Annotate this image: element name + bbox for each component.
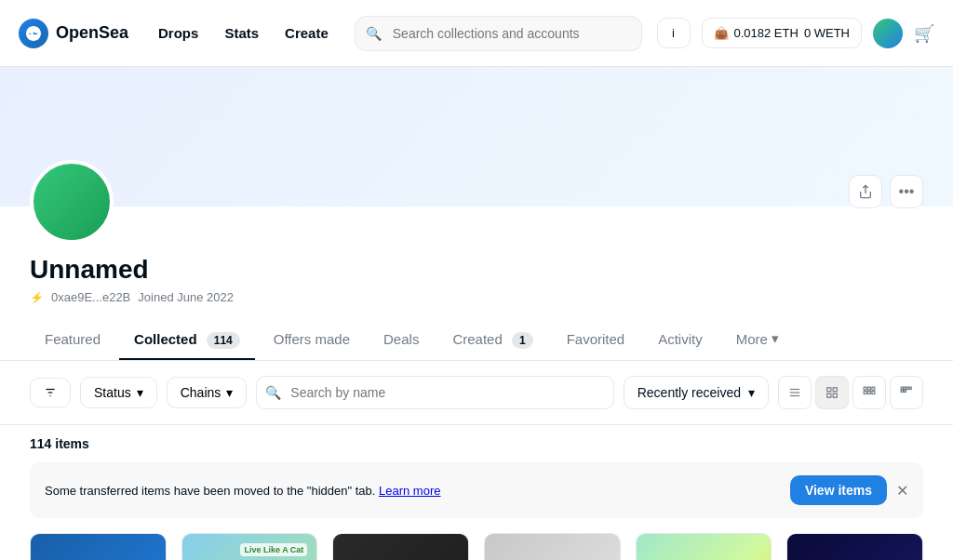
tab-favorited[interactable]: Favorited xyxy=(552,320,640,360)
filter-icon-button[interactable] xyxy=(30,378,71,407)
svg-rect-7 xyxy=(833,388,837,392)
nav-right: i 👜 0.0182 ETH 0 WETH 🛒 xyxy=(657,18,935,48)
notice-close-button[interactable]: ✕ xyxy=(896,482,908,500)
logo[interactable]: OpenSea xyxy=(19,19,128,48)
created-badge: 1 xyxy=(512,332,533,349)
tab-more[interactable]: More ▾ xyxy=(721,319,794,360)
wallet-icon: 👜 xyxy=(714,26,729,40)
chevron-down-icon: ▾ xyxy=(226,385,233,400)
nft-grid: THANKYOU NekodoguSoftVinyl Sea Thank you… xyxy=(0,533,953,560)
search-by-name-input[interactable] xyxy=(256,376,613,409)
ellipsis-icon: ••• xyxy=(899,183,915,200)
chevron-down-icon: ▾ xyxy=(748,385,755,400)
list-view-button[interactable] xyxy=(778,376,812,409)
navbar: OpenSea Drops Stats Create 🔍 i 👜 0.0182 … xyxy=(0,0,953,67)
nav-search: 🔍 xyxy=(355,16,642,51)
svg-rect-9 xyxy=(833,393,837,397)
nav-stats[interactable]: Stats xyxy=(213,18,270,48)
sort-dropdown[interactable]: Recently received ▾ xyxy=(624,376,769,409)
filter-icon xyxy=(44,386,57,399)
svg-rect-19 xyxy=(909,387,911,389)
nav-links: Drops Stats Create xyxy=(147,18,340,48)
profile-joined: Joined June 2022 xyxy=(138,290,234,304)
share-button[interactable] xyxy=(849,175,882,208)
profile-section: Unnamed ⚡ 0xae9E...e22B Joined June 2022… xyxy=(0,160,953,304)
svg-rect-11 xyxy=(868,387,871,390)
search-icon: 🔍 xyxy=(366,26,382,41)
filter-search: 🔍 xyxy=(256,376,613,409)
nav-create[interactable]: Create xyxy=(274,18,340,48)
avatar-wrapper xyxy=(30,160,923,244)
svg-rect-17 xyxy=(904,387,906,389)
tab-featured[interactable]: Featured xyxy=(30,320,115,360)
view-items-button[interactable]: View items xyxy=(790,475,887,505)
nav-drops[interactable]: Drops xyxy=(147,18,209,48)
nft-card-4[interactable]: Live Like A CatゼロからのNFT講座2023.7.8in 静岡 L… xyxy=(484,533,621,560)
svg-rect-20 xyxy=(901,390,903,392)
svg-rect-8 xyxy=(827,393,831,397)
lightning-icon: ⚡ xyxy=(30,291,44,304)
tab-activity[interactable]: Activity xyxy=(643,320,718,360)
user-avatar[interactable] xyxy=(873,19,903,48)
svg-rect-14 xyxy=(868,392,871,394)
tab-collected[interactable]: Collected 114 xyxy=(119,320,255,360)
logo-icon xyxy=(19,19,48,48)
notice-bar: Some transferred items have been moved t… xyxy=(30,462,923,518)
view-buttons xyxy=(778,376,923,409)
svg-rect-10 xyxy=(864,387,866,390)
profile-address[interactable]: 0xae9E...e22B xyxy=(51,290,130,304)
grid-md-view-button[interactable] xyxy=(852,376,886,409)
svg-rect-18 xyxy=(906,387,908,389)
nft-card-1[interactable]: THANKYOU NekodoguSoftVinyl Sea Thank you… xyxy=(30,533,167,560)
svg-rect-15 xyxy=(872,392,875,394)
search-input[interactable] xyxy=(355,16,642,51)
chains-filter[interactable]: Chains ▾ xyxy=(167,377,248,408)
learn-more-link[interactable]: Learn more xyxy=(379,484,440,498)
grid-lg-view-button[interactable] xyxy=(890,376,923,409)
svg-rect-6 xyxy=(827,388,831,392)
grid-sm-view-button[interactable] xyxy=(815,376,849,409)
status-filter[interactable]: Status ▾ xyxy=(80,377,157,408)
wallet-button[interactable]: 👜 0.0182 ETH 0 WETH xyxy=(702,18,863,48)
tab-created[interactable]: Created 1 xyxy=(437,320,547,360)
more-button[interactable]: ••• xyxy=(890,175,923,208)
chevron-down-icon: ▾ xyxy=(137,385,143,400)
profile-meta: ⚡ 0xae9E...e22B Joined June 2022 xyxy=(30,290,923,304)
weth-balance: 0 WETH xyxy=(804,26,850,40)
nft-card-2[interactable]: ライブ配信2023.8.21 Live Like A Cat LLAC NFT … xyxy=(181,533,318,560)
profile-name: Unnamed xyxy=(30,255,923,285)
nft-card-5[interactable]: 🐱 HOPE TDL x UMC Special Collaborati... xyxy=(636,533,772,560)
info-button[interactable]: i xyxy=(657,18,691,48)
filters-bar: Status ▾ Chains ▾ 🔍 Recently received ▾ xyxy=(0,361,953,425)
notice-text: Some transferred items have been moved t… xyxy=(45,484,440,498)
profile-avatar xyxy=(30,160,114,244)
items-count: 114 items xyxy=(0,425,953,462)
tab-offers-made[interactable]: Offers made xyxy=(259,320,365,360)
eth-balance: 0.0182 ETH xyxy=(734,26,799,40)
chevron-down-icon: ▾ xyxy=(772,330,779,347)
svg-rect-12 xyxy=(872,387,875,390)
collected-badge: 114 xyxy=(207,332,240,349)
notice-right: View items ✕ xyxy=(790,475,908,505)
svg-rect-21 xyxy=(904,390,906,392)
profile-actions: ••• xyxy=(849,175,923,208)
nft-card-6[interactable]: THANKYOU NekodoguSoftVinyl Star ThankYou… xyxy=(786,533,923,560)
cart-icon[interactable]: 🛒 xyxy=(914,23,934,44)
svg-rect-13 xyxy=(864,392,866,394)
svg-rect-16 xyxy=(901,387,903,389)
logo-text: OpenSea xyxy=(56,23,128,43)
tabs-bar: Featured Collected 114 Offers made Deals… xyxy=(0,319,953,361)
nft-card-3[interactable]: 🐊 BONE CROCOS BONE CROCOS #001 SPACE CRO… xyxy=(332,533,469,560)
search-icon: 🔍 xyxy=(265,385,281,400)
tab-deals[interactable]: Deals xyxy=(369,320,434,360)
